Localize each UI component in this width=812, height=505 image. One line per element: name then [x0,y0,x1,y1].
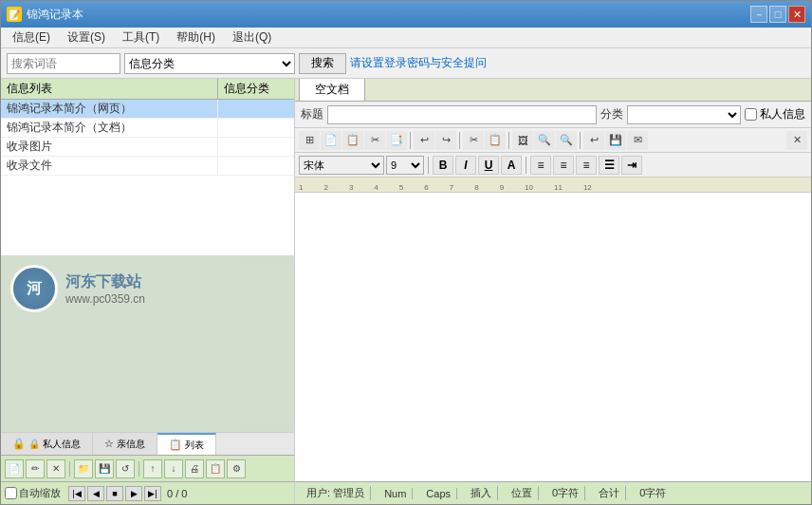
title-input[interactable] [327,105,597,124]
menu-exit[interactable]: 退出(Q) [225,28,279,47]
close-doc-btn[interactable]: ✕ [786,131,807,150]
insert-status: 插入 [465,486,498,500]
maximize-button[interactable]: □ [769,6,786,23]
save-doc-btn[interactable]: 📋 [342,131,363,150]
font-select[interactable]: 宋体 [299,156,384,175]
private-checkbox[interactable] [745,108,757,121]
nav-prev-btn[interactable]: ◀ [87,486,104,501]
menu-info[interactable]: 信息(E) [5,28,58,47]
menu-help[interactable]: 帮助(H) [169,28,223,47]
separator [580,132,581,149]
menu-settings[interactable]: 设置(S) [60,28,113,47]
col-category-header: 信息分类 [218,79,294,99]
underline-btn[interactable]: U [478,156,499,175]
extra-btn[interactable]: ⚙ [227,459,246,478]
left-bottom-toolbar: 📄 ✏ ✕ 📁 💾 ↺ ↑ ↓ 🖨 📋 ⚙ [1,455,294,481]
menu-tools[interactable]: 工具(T) [115,28,167,47]
print-btn[interactable]: 🖨 [185,459,204,478]
image-btn[interactable]: 🖼 [512,131,533,150]
search-button[interactable]: 搜索 [299,53,346,74]
login-link[interactable]: 请设置登录密码与安全提问 [350,55,487,71]
align-left-btn[interactable]: ≡ [530,156,551,175]
tab-close-label: 亲信息 [117,438,145,451]
table-row[interactable]: 收录文件 [1,157,294,176]
row-name: 锦鸿记录本简介（网页） [1,100,218,118]
copy-btn[interactable]: 📋 [206,459,225,478]
paste-btn[interactable]: 📋 [485,131,506,150]
col-list-header: 信息列表 [1,79,218,99]
row-category [218,127,294,129]
table-body: 锦鸿记录本简介（网页） 锦鸿记录本简介（文档） 收录图片 收录文件 [1,100,294,255]
search-toolbar: 信息分类 搜索 请设置登录密码与安全提问 [1,48,811,79]
delete-btn[interactable]: ✕ [46,459,65,478]
strikethrough-btn[interactable]: A [501,156,522,175]
row-name: 收录图片 [1,138,218,156]
separator [428,157,429,174]
nav-last-btn[interactable]: ▶| [144,486,161,501]
titlebar-left: 📝 锦鸿记录本 [7,7,83,23]
auto-zoom: 自动缩放 [5,486,61,500]
search-input[interactable] [7,53,120,74]
insert-btn[interactable]: ↩ [583,131,604,150]
save-btn[interactable]: 💾 [95,459,114,478]
cut-btn[interactable]: ✂ [364,131,385,150]
table-header: 信息列表 信息分类 [1,79,294,100]
refresh-btn[interactable]: ↺ [116,459,135,478]
italic-btn[interactable]: I [455,156,476,175]
minimize-button[interactable]: － [750,6,767,23]
indent-btn[interactable]: ⇥ [621,156,642,175]
tab-list[interactable]: 📋 列表 [157,433,216,455]
category-dropdown[interactable] [627,105,741,124]
bold-btn[interactable]: B [433,156,453,175]
doc-tabs: 空文档 [295,79,811,102]
window-title: 锦鸿记录本 [27,7,83,23]
import-btn[interactable]: ↑ [143,459,162,478]
table-row[interactable]: 锦鸿记录本简介（文档） [1,119,294,138]
align-right-btn[interactable]: ≡ [576,156,597,175]
nav-next-btn[interactable]: ▶ [125,486,142,501]
chars-status: 0字符 [546,486,585,500]
tab-list-label: 列表 [185,439,204,452]
copy-doc-btn[interactable]: 📑 [386,131,407,150]
left-panel: 信息列表 信息分类 锦鸿记录本简介（网页） 锦鸿记录本简介（文档） 收录图片 [1,79,295,481]
list-icon: 📋 [169,439,182,451]
export-btn[interactable]: ↓ [164,459,183,478]
new-btn[interactable]: 📄 [5,459,24,478]
close-button[interactable]: ✕ [788,6,805,23]
list-btn[interactable]: ☰ [599,156,619,175]
tab-private[interactable]: 🔒 🔒 私人信息 [1,433,93,455]
category-select[interactable]: 信息分类 [124,53,295,74]
caps-status: Caps [420,488,457,499]
separator [459,132,460,149]
editor-content [303,200,803,474]
find-btn[interactable]: 🔍 [534,131,555,150]
attach-btn[interactable]: 💾 [605,131,626,150]
nav-stop-btn[interactable]: ■ [106,486,123,501]
new-doc-btn[interactable]: ⊞ [299,131,320,150]
open-btn[interactable]: 📁 [74,459,93,478]
rt-toolbar-1: ⊞ 📄 📋 ✂ 📑 ↩ ↪ ✂ 📋 🖼 🔍 🔍 ↩ 💾 ✉ [295,128,811,153]
total-label: 合计 [593,486,626,500]
open-doc-btn[interactable]: 📄 [321,131,341,150]
scissors-btn[interactable]: ✂ [463,131,484,150]
right-panel: 空文档 标题 分类 私人信息 ⊞ 📄 📋 ✂ [295,79,811,481]
undo-btn[interactable]: ↩ [414,131,434,150]
tab-close-info[interactable]: ☆ 亲信息 [93,433,157,455]
replace-btn[interactable]: 🔍 [556,131,577,150]
star-icon: ☆ [104,438,114,450]
editor-area[interactable] [295,193,811,481]
redo-btn[interactable]: ↪ [435,131,456,150]
auto-zoom-label: 自动缩放 [19,486,61,500]
align-center-btn[interactable]: ≡ [553,156,574,175]
auto-zoom-checkbox[interactable] [5,487,17,499]
row-category [218,165,294,167]
doc-tab-empty[interactable]: 空文档 [299,79,365,101]
nav-first-btn[interactable]: |◀ [68,486,85,501]
row-name: 收录文件 [1,157,218,175]
table-row[interactable]: 收录图片 [1,138,294,157]
row-category [218,108,294,110]
size-select[interactable]: 9 [386,156,424,175]
table-row[interactable]: 锦鸿记录本简介（网页） [1,100,294,119]
email-btn[interactable]: ✉ [627,131,648,150]
edit-btn[interactable]: ✏ [26,459,45,478]
